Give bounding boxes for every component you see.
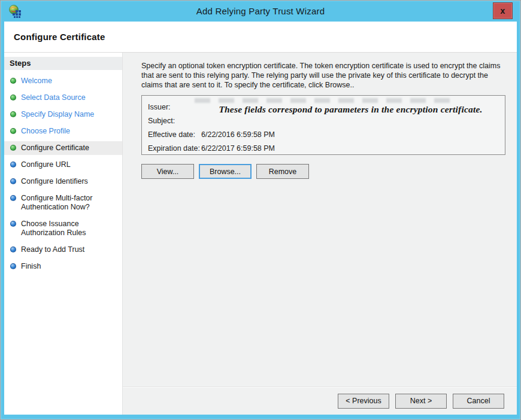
cert-field-expiration-date: Expiration date: 6/22/2017 6:59:58 PM [148, 141, 505, 155]
window-title: Add Relying Party Trust Wizard [1, 6, 520, 16]
page-header: Configure Certificate [4, 22, 517, 53]
step-configure-certificate: Configure Certificate [4, 141, 122, 155]
step-choose-issuance-rules: Choose Issuance Authorization Rules [4, 217, 122, 240]
step-todo-dot [10, 221, 16, 227]
description-text: Specify an optional token encryption cer… [141, 61, 501, 90]
step-configure-mfa: Configure Multi-factor Authentication No… [4, 191, 122, 214]
step-todo-dot [10, 162, 16, 168]
step-done-dot [10, 111, 16, 117]
previous-button[interactable]: < Previous [338, 394, 389, 409]
step-todo-dot [10, 195, 16, 201]
step-todo-dot [10, 263, 16, 269]
wizard-window: Add Relying Party Trust Wizard x Configu… [0, 0, 521, 420]
title-bar: Add Relying Party Trust Wizard x [1, 1, 520, 22]
step-done-dot [10, 145, 16, 151]
step-specify-display-name[interactable]: Specify Display Name [4, 108, 122, 121]
step-configure-url: Configure URL [4, 158, 122, 172]
step-select-data-source[interactable]: Select Data Source [4, 91, 122, 105]
next-button[interactable]: Next > [395, 394, 447, 409]
view-button[interactable]: View... [141, 164, 194, 179]
page-title: Configure Certificate [14, 32, 105, 42]
step-done-dot [10, 95, 16, 101]
step-welcome[interactable]: Welcome [4, 74, 122, 88]
step-configure-identifiers: Configure Identifiers [4, 175, 122, 188]
step-done-dot [10, 78, 16, 84]
certificate-info-box: Issuer: Subject: Effective date: 6/22/20… [141, 95, 505, 155]
close-icon[interactable]: x [493, 2, 513, 19]
adfs-globe-icon [8, 4, 23, 19]
steps-list: Welcome Select Data Source Specify Displ… [4, 74, 122, 273]
cert-field-effective-date: Effective date: 6/22/2016 6:59:58 PM [148, 127, 505, 141]
steps-heading: Steps [4, 57, 122, 70]
cancel-button[interactable]: Cancel [453, 394, 504, 409]
step-done-dot [10, 128, 16, 134]
step-finish: Finish [4, 260, 122, 273]
remove-button[interactable]: Remove [256, 164, 309, 179]
wizard-footer: < Previous Next > Cancel [123, 386, 517, 415]
browse-button[interactable]: Browse... [199, 164, 252, 179]
annotation-note: These fields correspond to parameters in… [199, 104, 502, 115]
main-panel: Specify an optional token encryption cer… [123, 53, 517, 415]
certificate-buttons: View... Browse... Remove [141, 164, 511, 179]
step-ready-to-add-trust: Ready to Add Trust [4, 243, 122, 257]
dialog-frame: Configure Certificate Steps Welcome Sele… [4, 22, 517, 415]
step-todo-dot [10, 178, 16, 184]
step-choose-profile[interactable]: Choose Profile [4, 124, 122, 138]
steps-sidebar: Steps Welcome Select Data Source Specify… [4, 53, 123, 415]
cert-field-subject: Subject: [148, 114, 505, 127]
step-todo-dot [10, 246, 16, 252]
